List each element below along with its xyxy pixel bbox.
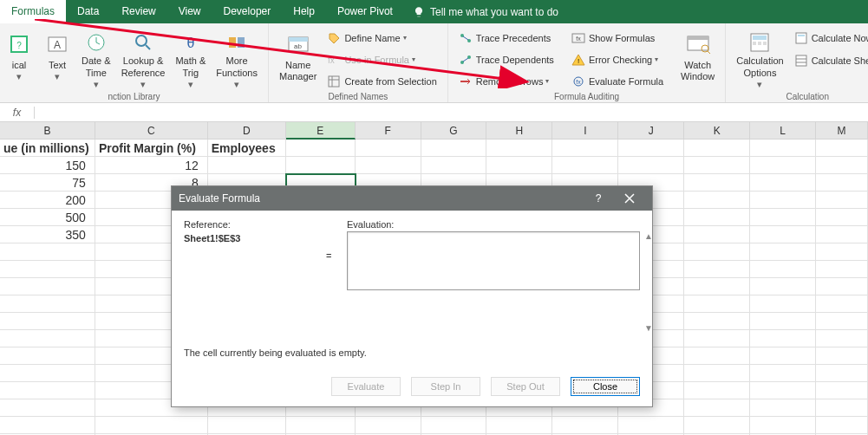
btn-trace-dependents[interactable]: Trace Dependents <box>454 50 559 68</box>
tab-developer[interactable]: Developer <box>212 0 283 23</box>
btn-trace-precedents[interactable]: Trace Precedents <box>454 29 559 47</box>
svg-rect-31 <box>796 33 806 43</box>
calc-now-icon <box>794 31 808 45</box>
scroll-down-icon[interactable]: ▼ <box>642 323 656 337</box>
cell[interactable] <box>684 209 750 226</box>
dialog-titlebar[interactable]: Evaluate Formula ? <box>172 186 652 211</box>
fx-label[interactable]: fx <box>0 107 35 119</box>
tab-view[interactable]: View <box>167 0 212 23</box>
cell[interactable] <box>421 140 487 157</box>
scroll-up-icon[interactable]: ▲ <box>642 231 656 245</box>
cell[interactable] <box>684 192 750 209</box>
cell[interactable]: 150 <box>0 157 95 174</box>
cell[interactable] <box>816 157 868 174</box>
cell[interactable]: 500 <box>0 209 95 226</box>
cell[interactable] <box>618 157 684 174</box>
btn-error-checking[interactable]: ! Error Checking ▾ <box>566 50 669 68</box>
calc-sheet-icon <box>794 54 808 68</box>
cell[interactable] <box>816 192 868 209</box>
btn-remove-arrows[interactable]: Remove Arrows ▾ <box>454 72 559 90</box>
cell[interactable]: 75 <box>0 174 95 192</box>
svg-rect-24 <box>688 36 708 40</box>
col-L[interactable]: L <box>750 122 816 140</box>
cell[interactable] <box>356 157 421 174</box>
cell[interactable] <box>816 140 868 157</box>
btn-logical[interactable]: ? ical▾ <box>0 27 38 90</box>
svg-rect-29 <box>758 42 761 45</box>
col-C[interactable]: C <box>95 122 208 140</box>
col-H[interactable]: H <box>486 122 552 140</box>
col-I[interactable]: I <box>552 122 618 140</box>
cell[interactable] <box>750 192 816 209</box>
btn-calc-options[interactable]: Calculation Options▾ <box>731 27 788 90</box>
formula-input[interactable] <box>35 107 868 119</box>
btn-watch-window[interactable]: Watch Window <box>675 27 720 90</box>
tab-review[interactable]: Review <box>110 0 166 23</box>
cell[interactable]: 350 <box>0 226 95 243</box>
cell[interactable]: 200 <box>0 192 95 209</box>
cell[interactable] <box>750 209 816 226</box>
hdr-D[interactable]: Employees <box>208 140 286 157</box>
grid-icon <box>327 75 341 88</box>
col-M[interactable]: M <box>816 122 868 140</box>
cell[interactable] <box>816 174 868 192</box>
cell[interactable] <box>684 140 750 157</box>
cell[interactable]: 12 <box>95 157 208 174</box>
tab-formulas[interactable]: Formulas <box>0 0 66 23</box>
cell[interactable] <box>421 157 487 174</box>
btn-calc-now[interactable]: Calculate Now <box>789 29 868 48</box>
cell[interactable] <box>750 174 816 192</box>
btn-math[interactable]: θ Math & Trig▾ <box>170 27 211 90</box>
btn-lookup[interactable]: Lookup & Reference▾ <box>116 27 171 90</box>
cell[interactable] <box>750 157 816 174</box>
btn-create-from-selection[interactable]: Create from Selection <box>322 72 441 90</box>
btn-name-manager[interactable]: ab Name Manager <box>274 27 322 90</box>
svg-rect-32 <box>798 35 805 36</box>
cell[interactable] <box>286 157 356 174</box>
cell[interactable] <box>286 140 356 157</box>
trace-precedents-icon <box>459 31 473 45</box>
cell[interactable] <box>684 174 750 192</box>
cell[interactable] <box>816 226 868 243</box>
hdr-B[interactable]: ue (in millions) <box>0 140 95 157</box>
cell[interactable] <box>816 209 868 226</box>
btn-calc-sheet[interactable]: Calculate Sheet <box>789 51 868 70</box>
group-calculation: Calculation Options▾ Calculate Now Calcu… <box>726 23 868 102</box>
col-B[interactable]: B <box>0 122 95 140</box>
cell[interactable] <box>552 140 618 157</box>
col-K[interactable]: K <box>684 122 750 140</box>
svg-text:ab: ab <box>294 42 302 50</box>
tab-data[interactable]: Data <box>66 0 110 23</box>
svg-rect-13 <box>329 76 339 87</box>
tell-me-search[interactable]: Tell me what you want to do <box>413 6 558 18</box>
svg-rect-27 <box>753 36 767 40</box>
col-D[interactable]: D <box>208 122 286 140</box>
hdr-C[interactable]: Profit Margin (%) <box>95 140 208 157</box>
btn-show-formulas[interactable]: fx Show Formulas <box>566 29 669 47</box>
cell[interactable] <box>552 157 618 174</box>
close-icon[interactable] <box>614 186 645 211</box>
cell[interactable] <box>486 157 552 174</box>
cell[interactable] <box>356 140 421 157</box>
cell[interactable] <box>750 226 816 243</box>
cell[interactable] <box>486 140 552 157</box>
col-J[interactable]: J <box>618 122 684 140</box>
cell[interactable] <box>750 140 816 157</box>
cell[interactable] <box>684 226 750 243</box>
btn-text[interactable]: A Text▾ <box>38 27 76 90</box>
btn-define-name[interactable]: Define Name ▾ <box>322 29 441 47</box>
col-E[interactable]: E <box>286 122 356 140</box>
cell[interactable] <box>684 157 750 174</box>
col-F[interactable]: F <box>356 122 421 140</box>
col-G[interactable]: G <box>421 122 487 140</box>
btn-datetime[interactable]: Date & Time▾ <box>76 27 116 90</box>
tab-powerpivot[interactable]: Power Pivot <box>326 0 404 23</box>
help-button[interactable]: ? <box>583 186 614 211</box>
btn-evaluate-formula[interactable]: fx Evaluate Formula <box>566 72 669 90</box>
cell[interactable] <box>208 157 286 174</box>
tab-help[interactable]: Help <box>282 0 326 23</box>
cell[interactable] <box>618 140 684 157</box>
btn-more-functions[interactable]: More Functions▾ <box>211 27 263 90</box>
trace-dependents-icon <box>459 53 473 67</box>
close-button[interactable]: Close <box>571 377 640 396</box>
